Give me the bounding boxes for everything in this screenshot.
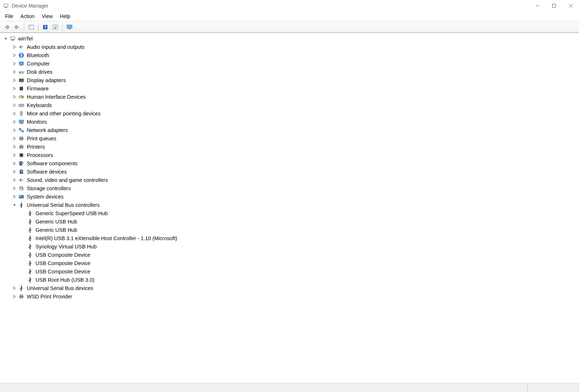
tree-category[interactable]: Disk drives	[12, 68, 576, 76]
tree-category[interactable]: Processors	[12, 151, 576, 159]
svg-point-113	[30, 252, 31, 253]
tree-category[interactable]: Software devices	[12, 167, 576, 176]
expander-icon[interactable]	[12, 111, 17, 116]
tree-category[interactable]: Software components	[12, 159, 576, 167]
menu-help[interactable]: Help	[56, 12, 74, 20]
minimize-button[interactable]	[529, 0, 546, 12]
expander-icon[interactable]	[12, 52, 17, 58]
expander-icon[interactable]	[12, 136, 17, 141]
expander-icon[interactable]	[12, 86, 17, 91]
toolbar-monitor-button[interactable]	[65, 22, 74, 32]
tree-category[interactable]: Human Interface Devices	[12, 93, 576, 101]
svg-point-102	[31, 221, 31, 222]
expander-icon[interactable]	[12, 177, 17, 183]
svg-rect-112	[29, 247, 29, 248]
tree-category[interactable]: System devices	[12, 192, 576, 201]
tree-category[interactable]: Storage controllers	[12, 184, 576, 192]
tree-node-label: Synology Virtual USB Hub	[35, 244, 97, 250]
expander-icon[interactable]	[12, 102, 17, 108]
expander-spacer	[20, 252, 26, 258]
tree-device[interactable]: USB Composite Device	[20, 251, 576, 259]
tree-category[interactable]: Printers	[12, 142, 576, 151]
expander-icon[interactable]	[12, 119, 17, 125]
usb-icon	[18, 285, 25, 291]
svg-rect-53	[23, 105, 23, 106]
toolbar-back-button[interactable]	[2, 22, 12, 32]
tree-device[interactable]: Generic USB Hub	[20, 217, 576, 226]
expander-icon[interactable]	[12, 61, 17, 67]
svg-rect-56	[19, 120, 24, 123]
tree-device[interactable]: Generic USB Hub	[20, 226, 576, 234]
tree-category[interactable]: WSD Print Provider	[12, 292, 576, 301]
tree-device[interactable]: Generic SuperSpeed USB Hub	[20, 209, 576, 217]
toolbar-scan-hardware-button[interactable]	[51, 22, 60, 32]
svg-rect-118	[29, 264, 29, 264]
software-component-icon	[18, 160, 25, 167]
svg-rect-130	[20, 297, 22, 298]
toolbar: ?	[0, 21, 579, 33]
tree-device[interactable]: USB Composite Device	[20, 267, 576, 276]
tree-category[interactable]: Network adapters	[12, 126, 576, 134]
svg-rect-2	[4, 8, 7, 8]
tree-node-label: Bluetooth	[27, 52, 49, 58]
bluetooth-icon	[18, 52, 25, 59]
expander-icon[interactable]	[12, 152, 17, 158]
expander-icon[interactable]	[12, 127, 17, 133]
tree-category[interactable]: Display adapters	[12, 76, 576, 84]
tree-node-label: Keyboards	[27, 102, 52, 108]
toolbar-console-tree-button[interactable]	[26, 22, 36, 32]
tree-device[interactable]: USB Composite Device	[20, 259, 576, 267]
svg-rect-51	[21, 105, 22, 106]
expander-icon[interactable]	[12, 169, 17, 175]
tree-device[interactable]: USB Root Hub (USB 3.0)	[20, 276, 576, 284]
expander-icon[interactable]	[12, 202, 17, 208]
expander-icon[interactable]	[12, 94, 17, 100]
tree-root[interactable]: winTel	[3, 34, 576, 43]
tree-category[interactable]: Monitors	[12, 118, 576, 126]
tree-category[interactable]: Universal Serial Bus devices	[12, 284, 576, 292]
tree-category[interactable]: Universal Serial Bus controllers	[12, 201, 576, 209]
tree-category[interactable]: Mice and other pointing devices	[12, 109, 576, 118]
usb-icon	[27, 268, 33, 275]
expander-icon[interactable]	[12, 161, 17, 166]
tree-category[interactable]: Keyboards	[12, 101, 576, 109]
svg-point-126	[22, 288, 23, 289]
expander-icon[interactable]	[12, 44, 17, 50]
expander-icon[interactable]	[12, 285, 17, 291]
expander-spacer	[20, 227, 26, 233]
tree-category[interactable]: Print queues	[12, 134, 576, 142]
tree-category[interactable]: Audio inputs and outputs	[12, 43, 576, 51]
svg-rect-90	[21, 171, 22, 171]
close-button[interactable]	[562, 0, 579, 12]
tree-category[interactable]: Sound, video and game controllers	[12, 176, 576, 184]
expander-icon[interactable]	[12, 194, 17, 200]
expander-icon[interactable]	[3, 36, 9, 42]
menu-view[interactable]: View	[38, 12, 56, 20]
tree-category[interactable]: Computer	[12, 59, 576, 68]
toolbar-help-button[interactable]: ?	[41, 22, 50, 32]
tree-node-label: System devices	[27, 194, 64, 200]
expander-icon[interactable]	[12, 69, 17, 75]
tree-category[interactable]: Firmware	[12, 84, 576, 93]
window-title: Device Manager	[12, 3, 48, 9]
svg-rect-44	[21, 105, 21, 105]
tree-node-label: Sound, video and game controllers	[27, 177, 108, 183]
printer-icon	[18, 144, 25, 150]
tree-device[interactable]: Synology Virtual USB Hub	[20, 242, 576, 251]
maximize-button[interactable]	[546, 0, 562, 12]
menu-action[interactable]: Action	[17, 12, 38, 20]
toolbar-forward-button[interactable]	[12, 22, 22, 32]
menu-file[interactable]: File	[1, 12, 17, 20]
tree-category[interactable]: Bluetooth	[12, 51, 576, 59]
tree-node-label: Computer	[27, 61, 50, 67]
expander-icon[interactable]	[12, 144, 17, 150]
svg-rect-71	[20, 153, 20, 154]
device-tree[interactable]: winTelAudio inputs and outputsBluetoothC…	[0, 33, 579, 383]
tree-node-label: Firmware	[27, 86, 48, 91]
expander-icon[interactable]	[12, 77, 17, 83]
expander-icon[interactable]	[12, 186, 17, 191]
svg-rect-67	[20, 148, 22, 149]
expander-icon[interactable]	[12, 294, 17, 299]
svg-rect-85	[19, 156, 20, 156]
tree-device[interactable]: Intel(R) USB 3.1 eXtensible Host Control…	[20, 234, 576, 242]
